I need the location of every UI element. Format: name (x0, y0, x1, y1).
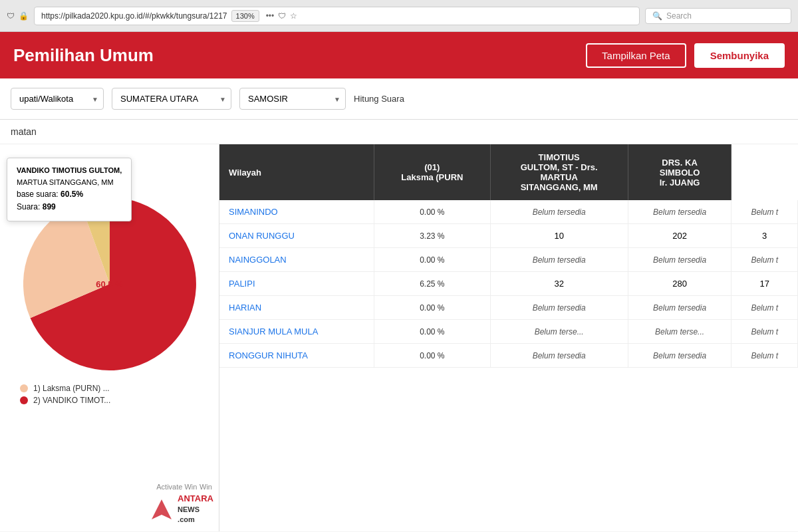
cell-pct: 0.00 % (374, 320, 491, 344)
provinsi-filter-wrapper: SUMATERA UTARA (112, 88, 231, 110)
activate-text: Activate Win (156, 483, 197, 491)
cell-col2: 202 (628, 224, 732, 248)
table-side: Wilayah (01)Laksma (PURN TIMOTIUSGULTOM,… (219, 144, 798, 531)
cell-col2: Belum tersedia (628, 344, 732, 368)
cell-wilayah[interactable]: ONAN RUNGGU (219, 224, 374, 248)
url-text: https://pilkada2020.kpu.go.id/#/pkwkk/tu… (41, 11, 227, 21)
cell-col2: Belum terse... (628, 320, 732, 344)
cell-col3: Belum t (732, 296, 798, 320)
kecamatan-section: matan (0, 120, 798, 144)
search-placeholder: Search (666, 11, 692, 21)
sembunyika-button[interactable]: Sembunyika (694, 43, 785, 68)
cell-pct: 0.00 % (374, 296, 491, 320)
table-row: RONGGUR NIHUTA 0.00 % Belum tersedia Bel… (219, 344, 798, 368)
chart-tooltip: VANDIKO TIMOTIUS GULTOM, MARTUA SITANGGA… (7, 158, 132, 221)
address-bar[interactable]: https://pilkada2020.kpu.go.id/#/pkwkk/tu… (34, 7, 640, 25)
wilayah-link[interactable]: SIMANINDO (229, 207, 278, 217)
antara-label: ANTARA (178, 493, 213, 503)
table-row: SIANJUR MULA MULA 0.00 % Belum terse... … (219, 320, 798, 344)
ellipsis-icon: ••• (266, 11, 275, 21)
shield-icon: 🛡 (7, 11, 15, 21)
cell-col3: 3 (732, 224, 798, 248)
wilayah-link[interactable]: SIANJUR MULA MULA (229, 327, 318, 336)
pie-center-label: 60.5 % (96, 279, 122, 289)
cell-col1: Belum tersedia (490, 344, 628, 368)
wilayah-link[interactable]: NAINGGOLAN (229, 255, 287, 265)
tooltip-subtitle: MARTUA SITANGGANG, MM (17, 177, 122, 189)
filters-bar: upati/Walikota SUMATERA UTARA SAMOSIR Hi… (0, 78, 798, 120)
tooltip-base-value: 60.5% (61, 190, 83, 199)
antara-watermark: ANTARA NEWS.com (148, 493, 213, 525)
cell-wilayah[interactable]: RONGGUR NIHUTA (219, 344, 374, 368)
header-buttons: Tampilkan Peta Sembunyika (586, 43, 785, 68)
table-header-row: Wilayah (01)Laksma (PURN TIMOTIUSGULTOM,… (219, 144, 798, 200)
search-icon: 🔍 (652, 11, 662, 21)
cell-pct: 6.25 % (374, 272, 491, 296)
cell-col1: Belum tersedia (490, 200, 628, 224)
legend-item-1: 1) Laksma (PURN) ... (20, 384, 199, 393)
legend-label-2: 2) VANDIKO TIMOT... (33, 396, 110, 405)
cell-col1: 32 (490, 272, 628, 296)
col-wilayah: Wilayah (219, 144, 374, 200)
cell-pct: 0.00 % (374, 200, 491, 224)
chart-side: VANDIKO TIMOTIUS GULTOM, MARTUA SITANGGA… (0, 144, 219, 531)
cell-wilayah[interactable]: PALIPI (219, 272, 374, 296)
app-title: Pemilihan Umum (13, 45, 154, 66)
wilayah-link[interactable]: RONGGUR NIHUTA (229, 350, 308, 360)
hitung-suara-label: Hitung Suara (354, 94, 404, 104)
activate-windows: Activate Win Win (156, 481, 212, 491)
main-content: VANDIKO TIMOTIUS GULTOM, MARTUA SITANGGA… (0, 144, 798, 531)
cell-wilayah[interactable]: NAINGGOLAN (219, 248, 374, 272)
legend-label-1: 1) Laksma (PURN) ... (33, 384, 110, 393)
tooltip-suara-value: 899 (43, 202, 56, 211)
table-row: SIMANINDO 0.00 % Belum tersedia Belum te… (219, 200, 798, 224)
activate-win-text: Win (200, 483, 212, 491)
chart-legend: 1) Laksma (PURN) ... 2) VANDIKO TIMOT... (13, 384, 205, 405)
wilayah-link[interactable]: HARIAN (229, 303, 261, 313)
kabupaten-filter[interactable]: SAMOSIR (239, 88, 346, 110)
level-filter[interactable]: upati/Walikota (11, 88, 104, 110)
legend-dot-1 (20, 384, 28, 392)
cell-col3: Belum t (732, 248, 798, 272)
svg-marker-0 (152, 499, 172, 519)
antara-brand-text: ANTARA NEWS.com (178, 493, 213, 525)
tampilkan-peta-button[interactable]: Tampilkan Peta (586, 43, 686, 68)
antara-logo-icon (148, 496, 175, 523)
cell-col3: Belum t (732, 320, 798, 344)
tooltip-suara: Suara: 899 (17, 201, 122, 213)
star-icon: ☆ (290, 11, 297, 21)
kabupaten-filter-wrapper: SAMOSIR (239, 88, 346, 110)
cell-col1: Belum tersedia (490, 296, 628, 320)
table-row: NAINGGOLAN 0.00 % Belum tersedia Belum t… (219, 248, 798, 272)
pie-chart-container: 60.5 % (23, 198, 196, 370)
cell-col2: Belum tersedia (628, 248, 732, 272)
cell-wilayah[interactable]: SIMANINDO (219, 200, 374, 224)
cell-pct: 0.00 % (374, 344, 491, 368)
cell-wilayah[interactable]: HARIAN (219, 296, 374, 320)
browser-security-icons: 🛡 🔒 (7, 11, 29, 21)
wilayah-link[interactable]: ONAN RUNGGU (229, 231, 295, 241)
tooltip-base: base suara: 60.5% (17, 188, 122, 201)
cell-col3: 17 (732, 272, 798, 296)
legend-dot-2 (20, 396, 28, 404)
col-laksma: (01)Laksma (PURN (374, 144, 491, 200)
provinsi-filter[interactable]: SUMATERA UTARA (112, 88, 231, 110)
cell-col3: Belum t (732, 200, 798, 224)
lock-icon: 🔒 (19, 11, 29, 21)
col-timotius: TIMOTIUSGULTOM, ST - Drs.MARTUASITANGGAN… (490, 144, 628, 200)
level-filter-wrapper: upati/Walikota (11, 88, 104, 110)
tooltip-base-label: base suara: (17, 190, 59, 199)
table-row: PALIPI 6.25 % 32 280 17 (219, 272, 798, 296)
cell-col1: Belum tersedia (490, 248, 628, 272)
table-row: ONAN RUNGGU 3.23 % 10 202 3 (219, 224, 798, 248)
wilayah-link[interactable]: PALIPI (229, 279, 255, 289)
table-row: HARIAN 0.00 % Belum tersedia Belum terse… (219, 296, 798, 320)
kecamatan-text: matan (11, 126, 37, 137)
cell-col2: 280 (628, 272, 732, 296)
browser-search-bar[interactable]: 🔍 Search (645, 8, 791, 24)
cell-col2: Belum tersedia (628, 200, 732, 224)
cell-wilayah[interactable]: SIANJUR MULA MULA (219, 320, 374, 344)
browser-chrome: 🛡 🔒 https://pilkada2020.kpu.go.id/#/pkwk… (0, 0, 798, 32)
shield-verify-icon: 🛡 (278, 11, 286, 21)
cell-col1: 10 (490, 224, 628, 248)
